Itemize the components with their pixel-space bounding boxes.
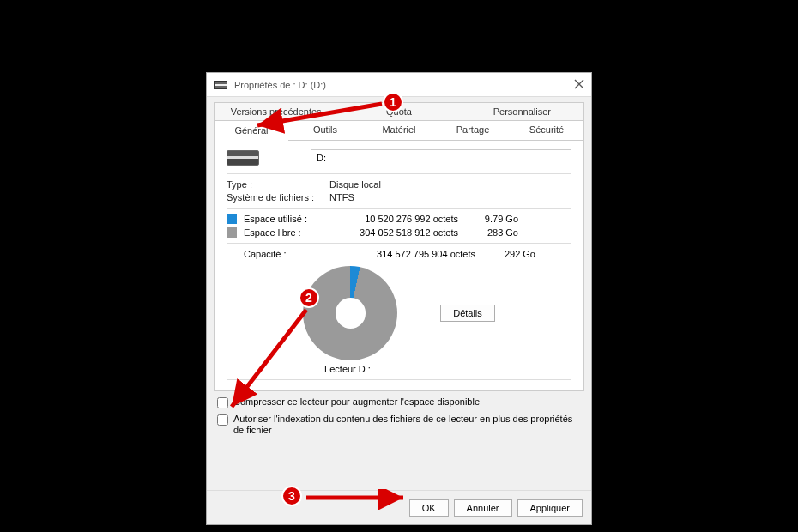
cancel-button[interactable]: Annuler	[454, 499, 512, 517]
annotation-arrow-3	[302, 489, 414, 510]
lecteur-label: Lecteur D :	[324, 364, 371, 374]
fs-label: Système de fichiers :	[227, 192, 329, 203]
apply-button[interactable]: Appliquer	[517, 499, 583, 517]
used-swatch	[227, 214, 237, 224]
details-button[interactable]: Détails	[440, 305, 495, 322]
drive-icon	[227, 150, 259, 166]
annotation-marker-3: 3	[281, 486, 302, 506]
tab-securite[interactable]: Sécurité	[510, 121, 583, 140]
ok-button[interactable]: OK	[409, 499, 449, 517]
capacity-row: Capacité : 314 572 795 904 octets 292 Go	[227, 249, 571, 259]
type-value: Disque local	[329, 179, 571, 190]
fs-value: NTFS	[329, 192, 571, 203]
properties-dialog: Propriétés de : D: (D:) Versions précéde…	[206, 72, 592, 525]
window-title: Propriétés de : D: (D:)	[234, 80, 326, 90]
drive-icon-small	[214, 81, 227, 89]
tab-personnaliser[interactable]: Personnaliser	[461, 103, 583, 120]
annotation-arrow-1	[249, 97, 386, 140]
free-swatch	[227, 227, 237, 238]
close-icon[interactable]	[572, 77, 586, 91]
tab-partage[interactable]: Partage	[436, 121, 510, 140]
annotation-marker-1: 1	[383, 92, 403, 112]
free-row: Espace libre : 304 052 518 912 octets 28…	[227, 227, 571, 238]
drive-name-input[interactable]	[311, 149, 571, 166]
used-row: Espace utilisé : 10 520 276 992 octets 9…	[227, 214, 571, 224]
svg-line-0	[257, 104, 382, 125]
annotation-marker-2: 2	[299, 287, 319, 308]
svg-line-1	[232, 310, 306, 407]
annotation-arrow-2	[225, 305, 319, 417]
type-label: Type :	[227, 179, 329, 190]
